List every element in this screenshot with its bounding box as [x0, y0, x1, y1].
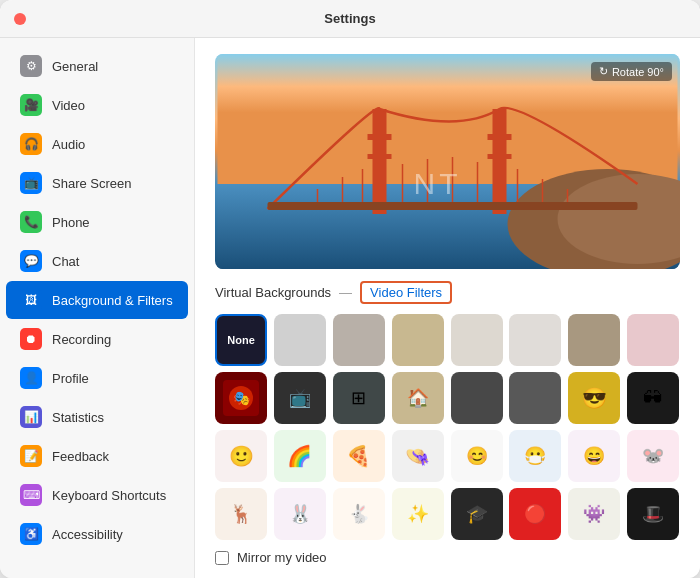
- mirror-row: Mirror my video: [215, 550, 680, 565]
- tabs-row: Virtual Backgrounds — Video Filters: [215, 281, 680, 304]
- filter-24[interactable]: 🦌: [215, 488, 267, 540]
- filter-12[interactable]: [451, 372, 503, 424]
- filter-5[interactable]: [509, 314, 561, 366]
- keyboard-shortcuts-label: Keyboard Shortcuts: [52, 488, 166, 503]
- sidebar-item-profile[interactable]: 👤Profile: [6, 359, 188, 397]
- sidebar-item-chat[interactable]: 💬Chat: [6, 242, 188, 280]
- close-button[interactable]: [14, 13, 26, 25]
- filter-18[interactable]: 🍕: [333, 430, 385, 482]
- filter-29[interactable]: 🔴: [509, 488, 561, 540]
- filter-25[interactable]: 🐰: [274, 488, 326, 540]
- general-label: General: [52, 59, 98, 74]
- sidebar-item-audio[interactable]: 🎧Audio: [6, 125, 188, 163]
- filter-8[interactable]: 🎭: [215, 372, 267, 424]
- filter-16[interactable]: 🙂: [215, 430, 267, 482]
- filter-13[interactable]: [509, 372, 561, 424]
- phone-label: Phone: [52, 215, 90, 230]
- share-screen-label: Share Screen: [52, 176, 132, 191]
- background-filters-icon: 🖼: [20, 289, 42, 311]
- background-filters-label: Background & Filters: [52, 293, 173, 308]
- feedback-label: Feedback: [52, 449, 109, 464]
- svg-text:🎭: 🎭: [233, 390, 251, 407]
- statistics-icon: 📊: [20, 406, 42, 428]
- filter-20[interactable]: 😊: [451, 430, 503, 482]
- sidebar-item-video[interactable]: 🎥Video: [6, 86, 188, 124]
- sidebar-item-recording[interactable]: ⏺Recording: [6, 320, 188, 358]
- phone-icon: 📞: [20, 211, 42, 233]
- filter-19[interactable]: 👒: [392, 430, 444, 482]
- titlebar: Settings: [0, 0, 700, 38]
- filter-21[interactable]: 😷: [509, 430, 561, 482]
- sidebar: ⚙General🎥Video🎧Audio📺Share Screen📞Phone💬…: [0, 38, 195, 578]
- mirror-label: Mirror my video: [237, 550, 327, 565]
- content-area: NT ↻ Rotate 90° Virtual Backgrounds — Vi…: [195, 38, 700, 578]
- filter-4[interactable]: [451, 314, 503, 366]
- svg-text:NT: NT: [414, 167, 462, 200]
- share-screen-icon: 📺: [20, 172, 42, 194]
- filter-15[interactable]: 🕶: [627, 372, 679, 424]
- general-icon: ⚙: [20, 55, 42, 77]
- virtual-bg-tab[interactable]: Virtual Backgrounds: [215, 285, 331, 300]
- settings-window: Settings ⚙General🎥Video🎧Audio📺Share Scre…: [0, 0, 700, 578]
- bridge-svg: NT: [215, 54, 680, 269]
- preview-image: NT ↻ Rotate 90°: [215, 54, 680, 269]
- svg-rect-7: [368, 154, 392, 159]
- filter-23[interactable]: 🐭: [627, 430, 679, 482]
- tab-separator: —: [339, 285, 352, 300]
- svg-rect-10: [268, 202, 638, 210]
- filter-none[interactable]: None: [215, 314, 267, 366]
- svg-rect-6: [368, 134, 392, 140]
- chat-label: Chat: [52, 254, 79, 269]
- rotate-icon: ↻: [599, 65, 608, 78]
- svg-rect-5: [493, 109, 507, 214]
- filter-6[interactable]: [568, 314, 620, 366]
- sidebar-item-accessibility[interactable]: ♿Accessibility: [6, 515, 188, 553]
- main-content: ⚙General🎥Video🎧Audio📺Share Screen📞Phone💬…: [0, 38, 700, 578]
- filter-1[interactable]: [274, 314, 326, 366]
- chat-icon: 💬: [20, 250, 42, 272]
- filter-7[interactable]: [627, 314, 679, 366]
- keyboard-shortcuts-icon: ⌨: [20, 484, 42, 506]
- filter-10[interactable]: ⊞: [333, 372, 385, 424]
- sidebar-item-feedback[interactable]: 📝Feedback: [6, 437, 188, 475]
- video-filters-tab[interactable]: Video Filters: [360, 281, 452, 304]
- profile-icon: 👤: [20, 367, 42, 389]
- filter-3[interactable]: [392, 314, 444, 366]
- sidebar-item-keyboard-shortcuts[interactable]: ⌨Keyboard Shortcuts: [6, 476, 188, 514]
- filters-grid: None 🎭 📺 ⊞ 🏠 😎 🕶 🙂: [215, 314, 680, 540]
- svg-rect-4: [373, 109, 387, 214]
- sidebar-item-general[interactable]: ⚙General: [6, 47, 188, 85]
- preview-container: NT ↻ Rotate 90°: [215, 54, 680, 269]
- filter-31[interactable]: 🎩: [627, 488, 679, 540]
- statistics-label: Statistics: [52, 410, 104, 425]
- video-icon: 🎥: [20, 94, 42, 116]
- svg-rect-9: [488, 154, 512, 159]
- mirror-checkbox[interactable]: [215, 551, 229, 565]
- audio-icon: 🎧: [20, 133, 42, 155]
- recording-label: Recording: [52, 332, 111, 347]
- filter-2[interactable]: [333, 314, 385, 366]
- accessibility-label: Accessibility: [52, 527, 123, 542]
- filter-17[interactable]: 🌈: [274, 430, 326, 482]
- filter-30[interactable]: 👾: [568, 488, 620, 540]
- filter-11[interactable]: 🏠: [392, 372, 444, 424]
- filter-27[interactable]: ✨: [392, 488, 444, 540]
- feedback-icon: 📝: [20, 445, 42, 467]
- filter-26[interactable]: 🐇: [333, 488, 385, 540]
- window-title: Settings: [324, 11, 375, 26]
- profile-label: Profile: [52, 371, 89, 386]
- sidebar-item-background-filters[interactable]: 🖼Background & Filters: [6, 281, 188, 319]
- accessibility-icon: ♿: [20, 523, 42, 545]
- video-label: Video: [52, 98, 85, 113]
- filter-9[interactable]: 📺: [274, 372, 326, 424]
- rotate-label: Rotate 90°: [612, 66, 664, 78]
- filter-14[interactable]: 😎: [568, 372, 620, 424]
- rotate-button[interactable]: ↻ Rotate 90°: [591, 62, 672, 81]
- sidebar-item-phone[interactable]: 📞Phone: [6, 203, 188, 241]
- svg-rect-8: [488, 134, 512, 140]
- filter-22[interactable]: 😄: [568, 430, 620, 482]
- recording-icon: ⏺: [20, 328, 42, 350]
- sidebar-item-statistics[interactable]: 📊Statistics: [6, 398, 188, 436]
- filter-28[interactable]: 🎓: [451, 488, 503, 540]
- sidebar-item-share-screen[interactable]: 📺Share Screen: [6, 164, 188, 202]
